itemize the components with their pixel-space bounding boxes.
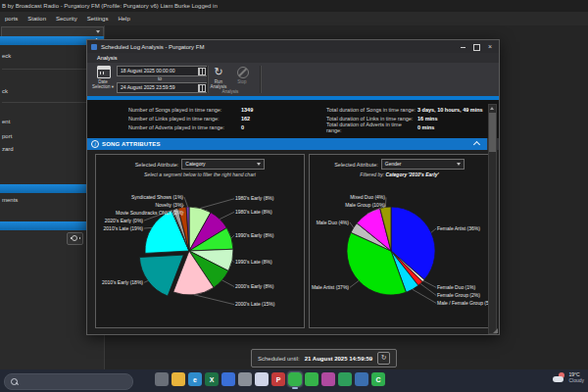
sidebar-settings-button[interactable]	[67, 232, 83, 245]
gender-pie-chart[interactable]: Mixed Duo (4%)Male Group (10%)Male Duo (…	[310, 182, 489, 325]
gender-attribute-select[interactable]: Gender	[381, 159, 465, 170]
dialog-titlebar[interactable]: Scheduled Log Analysis - Purgatory FM ×	[87, 40, 499, 53]
pie-label: 2010's Early (18%)	[102, 279, 143, 285]
pie-label: Syndicated Shows (1%)	[131, 194, 183, 200]
weather-condition: Cloudy	[568, 377, 584, 383]
maximize-button[interactable]	[469, 40, 483, 53]
cloudy-weather-icon	[553, 372, 565, 382]
date-selection-label[interactable]: Date Selection ▾	[89, 79, 117, 89]
playout-p-icon[interactable]: P	[271, 372, 285, 386]
taskbar-search[interactable]	[4, 373, 133, 390]
category-pie-chart[interactable]: Syndicated Shows (1%)Novelty (3%)Movie S…	[96, 182, 304, 325]
weather-widget[interactable]: 19°C Cloudy	[553, 371, 584, 383]
scroll-up-icon[interactable]	[490, 107, 494, 110]
pie-label-line	[232, 261, 234, 263]
pie-label: 2020's Early (0%)	[105, 218, 144, 223]
ribbon: Date Selection ▾ 18 August 2025 00:00:00…	[87, 63, 499, 97]
refresh-icon[interactable]: ↻	[377, 352, 390, 365]
menu-item-security[interactable]: Security	[51, 16, 82, 22]
app-magenta-icon[interactable]	[321, 372, 335, 386]
stop-icon	[237, 67, 249, 78]
pie-label-line	[350, 281, 359, 288]
pie-label: Male Artist (37%)	[312, 284, 349, 290]
excel-icon[interactable]: X	[205, 372, 219, 386]
scrollbar-thumb[interactable]	[489, 113, 496, 152]
pie-label: Novelty (3%)	[155, 202, 183, 208]
main-window-titlebar: B by Broadcast Radio - Purgatory FM (Pro…	[0, 0, 588, 12]
stat-adverts-duration: Total duration of Adverts in time range:…	[326, 122, 483, 131]
scheduled-until-value: 21 August 2025 14:59:59	[305, 356, 372, 362]
calendar-icon	[97, 66, 111, 78]
pie-label: Female Artist (36%)	[437, 225, 480, 231]
pie-label-line	[220, 212, 234, 219]
song-attributes-title: SONG ATTRIBUTES	[102, 141, 161, 147]
dialog-app-icon	[91, 44, 97, 50]
pie-label: 1980's Late (8%)	[235, 209, 272, 215]
menu-item-help[interactable]: Help	[113, 16, 134, 22]
pie-label: 2000's Early (8%)	[235, 283, 274, 289]
category-attribute-select[interactable]: Category	[181, 159, 265, 170]
settings-gear-icon[interactable]	[238, 372, 252, 386]
pie-label-line	[420, 284, 436, 296]
search-icon	[11, 378, 18, 385]
scheduled-until-label: Scheduled until:	[258, 356, 300, 362]
selected-attribute-label: Selected Attribute:	[135, 162, 179, 168]
pie-label: Movie Soundtracks ONLY (2%)	[116, 210, 183, 216]
menu-item-settings[interactable]: Settings	[82, 16, 114, 22]
stop-button[interactable]: Stop	[230, 79, 254, 84]
app-green-icon[interactable]	[338, 372, 352, 386]
chevron-down-icon	[257, 163, 261, 166]
pie-label-line	[350, 222, 354, 227]
dialog-scrollbar[interactable]	[488, 104, 497, 334]
stats-summary: Number of Songs played in time range: 13…	[87, 100, 499, 138]
taskbar: eXPC 19°C Cloudy	[0, 369, 588, 392]
app-blue-icon[interactable]	[355, 372, 368, 386]
selected-attribute-label: Selected Attribute:	[334, 162, 378, 168]
pie-label: Male / Female Group (5%)	[437, 300, 489, 306]
edge-icon[interactable]: e	[188, 372, 202, 386]
pie-label-line	[144, 227, 152, 228]
stat-links-count: Number of Links played in time range: 16…	[128, 114, 253, 122]
menu-item-station[interactable]: Station	[23, 16, 51, 22]
pie-label-line	[184, 197, 188, 207]
myriad-icon-2[interactable]	[305, 372, 318, 386]
collapse-icon[interactable]	[473, 141, 480, 148]
file-explorer-icon[interactable]	[172, 372, 185, 386]
chevron-down-icon	[457, 163, 461, 166]
divider	[2, 69, 100, 70]
filtered-by-note: Filtered by: Category '2010's Early'	[310, 172, 489, 177]
ribbon-tab-row: Analysis	[87, 53, 499, 63]
gear-icon	[72, 235, 77, 241]
pie-label: 1990's Early (8%)	[235, 232, 274, 238]
stat-adverts-count: Number of Adverts played in time range: …	[128, 122, 253, 131]
pie-label-line	[144, 281, 148, 283]
menu-item-reports[interactable]: ports	[0, 16, 23, 22]
pie-label-line	[194, 295, 234, 305]
pie-label: Female Duo (1%)	[437, 284, 476, 290]
app-tile-icon[interactable]	[255, 372, 269, 386]
maximize-icon	[473, 44, 480, 51]
minimize-icon	[461, 47, 466, 48]
resize-grip[interactable]	[493, 328, 498, 333]
chevron-down-icon	[96, 30, 100, 33]
scheduled-log-analysis-dialog: Scheduled Log Analysis - Purgatory FM × …	[86, 39, 500, 335]
song-attributes-header[interactable]: i SONG ATTRIBUTES	[87, 138, 487, 150]
date-selection-button[interactable]	[96, 66, 111, 78]
category-chart-note: Select a segment below to filter the rig…	[96, 172, 304, 177]
date-to-input[interactable]: 24 August 2025 23:59:59	[117, 82, 208, 93]
calendar-picker-icon[interactable]	[198, 68, 206, 75]
app-window-icon[interactable]	[155, 372, 169, 386]
scheduled-until-box: Scheduled until: 21 August 2025 14:59:59…	[251, 349, 397, 368]
dialog-title: Scheduled Log Analysis - Purgatory FM	[101, 44, 204, 50]
close-button[interactable]: ×	[483, 40, 497, 53]
pie-label: 2010's Late (19%)	[104, 225, 144, 231]
myriad-icon[interactable]	[288, 372, 302, 386]
pie-label: Male Duo (4%)	[317, 220, 350, 225]
minimize-button[interactable]	[456, 40, 469, 53]
app-sphere-icon[interactable]	[221, 372, 235, 386]
c-app-icon[interactable]: C	[371, 372, 385, 386]
run-analysis-button[interactable]: Run Analysis	[205, 79, 232, 89]
category-chart-panel: Selected Attribute: Category Select a se…	[95, 154, 305, 328]
pie-label: 1990's Late (8%)	[235, 259, 272, 265]
date-range-to-label: to	[117, 75, 203, 81]
